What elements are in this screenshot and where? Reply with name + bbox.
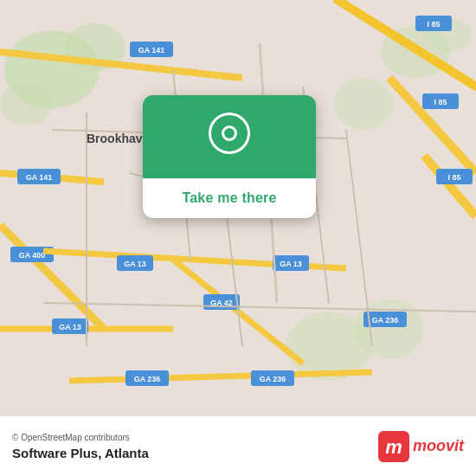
svg-text:GA 141: GA 141 bbox=[26, 173, 53, 182]
svg-text:GA 236: GA 236 bbox=[134, 375, 161, 383]
moovit-icon: m bbox=[378, 431, 409, 462]
svg-text:I 85: I 85 bbox=[434, 98, 447, 106]
svg-text:GA 141: GA 141 bbox=[138, 46, 165, 55]
take-me-there-button[interactable]: Take me there bbox=[143, 178, 316, 218]
svg-point-3 bbox=[0, 82, 52, 125]
pin-center bbox=[222, 125, 237, 141]
svg-point-8 bbox=[355, 299, 424, 359]
svg-text:I 85: I 85 bbox=[447, 173, 460, 182]
pin-icon bbox=[209, 113, 250, 154]
svg-text:GA 400: GA 400 bbox=[19, 251, 46, 260]
svg-point-6 bbox=[333, 78, 394, 130]
moovit-logo: m moovit bbox=[378, 431, 464, 462]
moovit-brand-text: moovit bbox=[413, 437, 464, 455]
svg-text:GA 236: GA 236 bbox=[260, 375, 286, 383]
map-view: I 85 I 85 I 85 GA 141 GA 141 GA 400 GA 1… bbox=[0, 0, 476, 415]
svg-text:GA 13: GA 13 bbox=[124, 260, 146, 268]
svg-text:GA 13: GA 13 bbox=[59, 323, 81, 331]
bottom-bar: © OpenStreetMap contributors Software Pl… bbox=[0, 415, 476, 476]
bottom-left-info: © OpenStreetMap contributors Software Pl… bbox=[12, 433, 149, 460]
svg-text:I 85: I 85 bbox=[427, 20, 440, 29]
svg-text:GA 236: GA 236 bbox=[372, 316, 399, 325]
place-name: Software Plus, Atlanta bbox=[12, 446, 149, 460]
svg-text:m: m bbox=[385, 436, 402, 458]
osm-credit: © OpenStreetMap contributors bbox=[12, 433, 149, 442]
svg-text:GA 13: GA 13 bbox=[280, 260, 302, 268]
location-popup: Take me there bbox=[143, 95, 316, 218]
